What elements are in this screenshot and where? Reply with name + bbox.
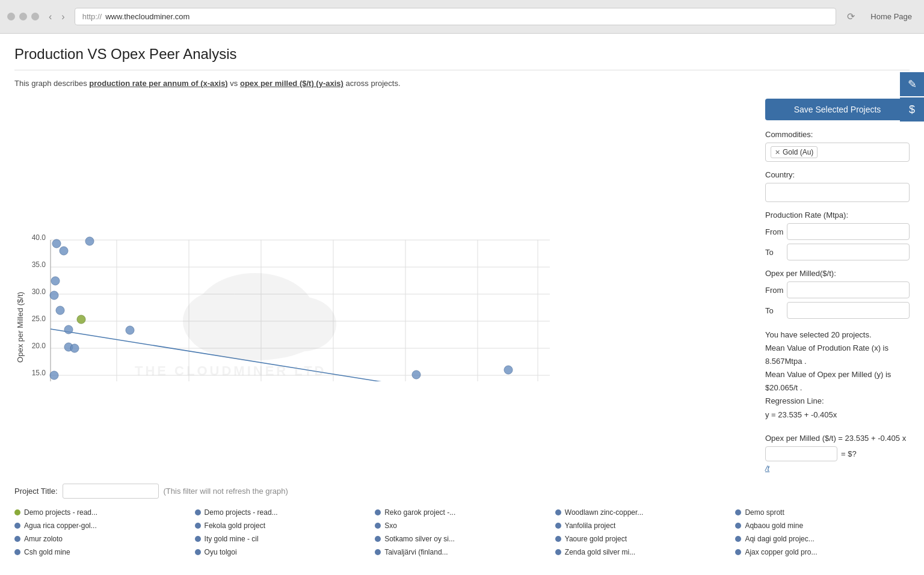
country-input[interactable] — [765, 183, 910, 202]
close-dot — [7, 13, 15, 20]
svg-point-39 — [52, 239, 61, 248]
dollar-icon-button[interactable]: $ — [900, 97, 924, 121]
project-name: Yanfolila project — [565, 521, 616, 530]
list-item: Taivaljärvi (finland... — [375, 547, 549, 558]
formula-link[interactable]: /t — [765, 464, 769, 473]
forward-button[interactable]: › — [58, 10, 68, 23]
url-bar[interactable]: http:// www.thecloudminer.com — [75, 8, 837, 25]
stats-line3: Mean Value of Opex per Milled (y) is $20… — [765, 368, 910, 395]
project-name: Aqi dagi gold projec... — [745, 535, 814, 543]
browser-chrome: ‹ › http:// www.thecloudminer.com ⟳ Home… — [0, 0, 924, 34]
country-label: Country: — [765, 170, 910, 179]
list-item: Yanfolila project — [555, 520, 730, 531]
opex-from-row: From — [765, 281, 910, 298]
formula-result: = $? — [841, 449, 857, 458]
back-button[interactable]: ‹ — [45, 10, 55, 23]
opex-from-label: From — [765, 286, 783, 295]
project-name: Zenda gold silver mi... — [565, 548, 635, 556]
production-rate-to-input[interactable] — [787, 244, 910, 260]
formula-input[interactable] — [765, 446, 837, 461]
sidebar: Save Selected Projects Commodities: ✕ Go… — [765, 99, 910, 473]
tag-remove-button[interactable]: ✕ — [775, 149, 780, 156]
desc-suffix: across projects. — [346, 79, 401, 88]
list-item: Ajax copper gold pro... — [735, 547, 910, 558]
svg-point-45 — [64, 325, 73, 334]
project-dot — [735, 509, 741, 515]
svg-text:15.0: 15.0 — [32, 369, 46, 377]
project-name: Demo sprott — [745, 508, 784, 517]
list-item: Amur zoloto — [14, 533, 189, 544]
production-rate-from-input[interactable] — [787, 223, 910, 240]
opex-filter: Opex per Milled($/t): From To — [765, 269, 910, 319]
bottom-section: Project Title: (This filter will not ref… — [14, 484, 910, 558]
edit-icon-button[interactable]: ✎ — [900, 72, 924, 96]
project-dot — [195, 549, 201, 555]
opex-label: Opex per Milled($/t): — [765, 269, 910, 278]
maximize-dot — [31, 13, 39, 20]
project-dot — [555, 523, 561, 529]
project-dot — [735, 549, 741, 555]
formula-label: Opex per Milled ($/t) = 23.535 + -0.405 … — [765, 434, 906, 443]
minimize-dot — [19, 13, 27, 20]
project-name: Fekola gold project — [205, 521, 265, 530]
svg-point-42 — [51, 277, 60, 285]
page-content: ✎ $ Production VS Opex Peer Analysis Thi… — [0, 34, 924, 575]
production-rate-filter: Production Rate (Mtpa): From To — [765, 211, 910, 260]
svg-text:Opex per Milled ($/t): Opex per Milled ($/t) — [16, 292, 25, 363]
edit-icon: ✎ — [908, 78, 917, 91]
browser-nav: ‹ › — [45, 10, 69, 23]
project-name: Csh gold mine — [24, 548, 70, 556]
project-name: Demo projects - read... — [205, 508, 278, 517]
stats-line1: You have selected 20 projects. — [765, 328, 910, 342]
list-item: Ity gold mine - cil — [195, 533, 369, 544]
svg-point-38 — [77, 315, 85, 324]
svg-text:THE CLOUDMINER LTD: THE CLOUDMINER LTD — [135, 363, 326, 378]
url-protocol: http:// — [82, 12, 102, 21]
refresh-button[interactable]: ⟳ — [842, 8, 860, 25]
commodities-input[interactable]: ✕ Gold (Au) — [765, 143, 910, 162]
opex-from-input[interactable] — [787, 281, 910, 298]
project-name: Taivaljärvi (finland... — [384, 548, 448, 556]
production-rate-from-row: From — [765, 223, 910, 240]
home-page-button[interactable]: Home Page — [866, 10, 917, 23]
project-dot — [555, 536, 561, 542]
project-title-input[interactable] — [63, 484, 159, 499]
project-dot — [375, 523, 381, 529]
stats-line4: Regression Line: — [765, 395, 910, 408]
list-item: Zenda gold silver mi... — [555, 547, 730, 558]
project-name: Ajax copper gold pro... — [745, 548, 817, 556]
list-item: Demo sprott — [735, 507, 910, 518]
desc-xaxis: production rate per annum of (x-axis) — [89, 79, 227, 88]
project-dot — [195, 536, 201, 542]
project-dot — [14, 536, 20, 542]
project-dot — [735, 523, 741, 529]
project-name: Reko garok project -... — [384, 508, 455, 517]
list-item: Oyu tolgoi — [195, 547, 369, 558]
main-layout: 40.0 35.0 30.0 25.0 20.0 15.0 10.0 5.0 1… — [14, 99, 910, 473]
project-dot — [375, 549, 381, 555]
save-selected-projects-button[interactable]: Save Selected Projects — [765, 99, 910, 120]
project-name: Ity gold mine - cil — [205, 535, 259, 543]
svg-point-47 — [70, 344, 79, 352]
formula-row: Opex per Milled ($/t) = 23.535 + -0.405 … — [765, 434, 910, 461]
svg-text:25.0: 25.0 — [32, 315, 46, 323]
list-item: Demo projects - read... — [14, 507, 189, 518]
project-dot — [195, 509, 201, 515]
list-item: Csh gold mine — [14, 547, 189, 558]
project-dot — [14, 549, 20, 555]
url-domain: www.thecloudminer.com — [105, 12, 189, 21]
from-label: From — [765, 227, 783, 236]
graph-description: This graph describes production rate per… — [14, 79, 910, 88]
opex-to-input[interactable] — [787, 302, 910, 319]
project-dot — [375, 536, 381, 542]
list-item: Woodlawn zinc-copper... — [555, 507, 730, 518]
project-dot — [14, 509, 20, 515]
svg-text:40.0: 40.0 — [32, 233, 46, 242]
project-name: Agua rica copper-gol... — [24, 521, 97, 530]
project-dot — [735, 536, 741, 542]
project-dot — [375, 509, 381, 515]
project-title-row: Project Title: (This filter will not ref… — [14, 484, 910, 499]
svg-point-44 — [56, 306, 64, 315]
production-rate-to-row: To — [765, 244, 910, 260]
country-filter: Country: — [765, 170, 910, 202]
